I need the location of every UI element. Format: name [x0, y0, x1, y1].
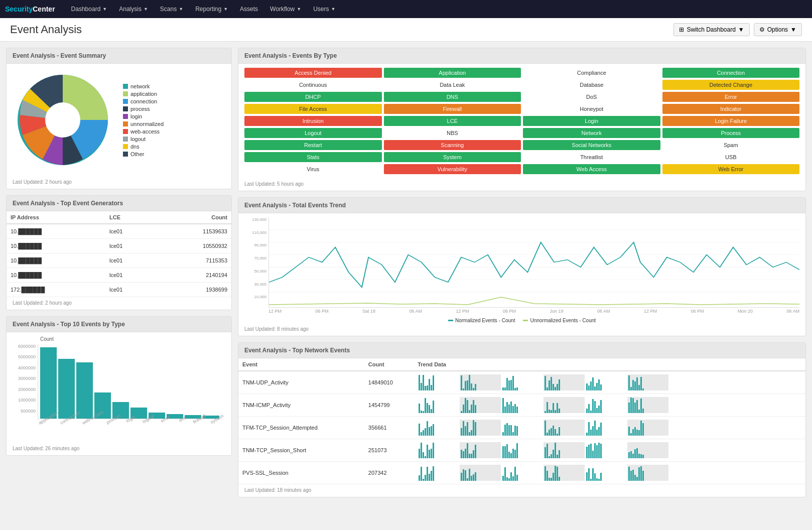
col-trend: Trend Data [414, 358, 805, 371]
event-tag[interactable]: File Access [244, 104, 382, 114]
switch-dashboard-button[interactable]: ⊞ Switch Dashboard ▼ [673, 23, 749, 36]
event-tag[interactable]: Social Networks [523, 140, 660, 150]
event-tag[interactable]: Virus [244, 164, 382, 174]
mini-bar [638, 410, 640, 413]
legend-color-other [123, 152, 128, 157]
event-tag[interactable]: Application [384, 68, 521, 78]
mini-bar [423, 375, 424, 390]
col-lce: LCE [105, 211, 155, 224]
mini-bar [419, 404, 420, 413]
event-tag[interactable]: Detected Change [662, 80, 800, 90]
event-tag[interactable]: Spam [662, 140, 800, 150]
mini-bar [429, 379, 430, 390]
mini-bar [596, 408, 598, 413]
top-network-title: Event Analysis - Top Network Events [238, 343, 805, 358]
event-tag[interactable]: DoS [523, 92, 660, 102]
bar[interactable] [58, 359, 75, 419]
event-tag[interactable]: Logout [244, 128, 382, 138]
mini-bar [506, 477, 508, 481]
mini-bar [502, 446, 504, 458]
mini-bar [545, 421, 546, 436]
table-row[interactable]: 10.██████ lce01 10550932 [7, 239, 231, 253]
legend-unnormalized: Unnormalized Events - Count [523, 318, 596, 323]
event-tag[interactable]: NBS [384, 128, 521, 138]
event-tag[interactable]: Indicator [662, 104, 800, 114]
mini-bar [510, 453, 512, 458]
table-row[interactable]: 172.██████ lce01 1938699 [7, 283, 231, 297]
mini-bar [463, 451, 464, 458]
mini-bar [506, 378, 508, 390]
event-tag[interactable]: Data Leak [384, 80, 521, 90]
event-tag[interactable]: Error [662, 92, 800, 102]
event-tag[interactable]: DHCP [244, 92, 382, 102]
event-tag[interactable]: USB [662, 152, 800, 162]
mini-bar [592, 451, 594, 458]
table-row[interactable]: 10.██████ lce01 7115353 [7, 253, 231, 268]
table-row[interactable]: TNM-UDP_Activity 14849010 [238, 371, 805, 394]
nav-scans[interactable]: Scans ▼ [154, 0, 189, 18]
legend-dot-unnormalized [523, 320, 528, 321]
event-tag[interactable]: Network [523, 128, 660, 138]
event-tag[interactable]: LCE [384, 116, 521, 126]
lce-cell: lce01 [105, 268, 155, 283]
table-row[interactable]: PVS-SSL_Session 207342 [238, 462, 805, 484]
mini-bar [425, 475, 426, 481]
event-tag[interactable]: Compliance [523, 68, 660, 78]
event-trend-cell [414, 439, 805, 462]
count-cell: 10550932 [155, 239, 231, 253]
mini-bar [504, 407, 506, 413]
mini-bar [640, 466, 642, 481]
options-button[interactable]: ⚙ Options ▼ [754, 23, 802, 36]
bar[interactable] [76, 362, 93, 419]
nav-assets[interactable]: Assets [234, 0, 264, 18]
mini-bar [638, 430, 640, 436]
event-tag[interactable]: Honeypot [523, 104, 660, 114]
event-tag[interactable]: Continuous [244, 80, 382, 90]
mini-bar [553, 450, 554, 458]
event-tag[interactable]: Restart [244, 140, 382, 150]
event-tag[interactable]: Database [523, 80, 660, 90]
table-row[interactable]: 10.██████ lce01 2140194 [7, 268, 231, 283]
mini-bar [514, 450, 516, 458]
ip-cell: 10.██████ [7, 253, 105, 268]
nav-workflow[interactable]: Workflow ▼ [264, 0, 307, 18]
event-tag[interactable]: Scanning [384, 140, 521, 150]
event-tag[interactable]: Vulnerability [384, 164, 521, 174]
mini-bar [638, 467, 640, 481]
table-row[interactable]: TNM-TCP_Session_Short 251073 [238, 439, 805, 462]
event-tag[interactable]: Login Failure [662, 116, 800, 126]
event-name-cell: TFM-TCP_Session_Attempted [238, 417, 364, 439]
mini-bar [425, 398, 426, 413]
mini-bar [423, 479, 424, 481]
nav-reporting[interactable]: Reporting ▼ [189, 0, 234, 18]
event-tag[interactable]: Intrusion [244, 116, 382, 126]
mini-bar [510, 472, 512, 481]
nav-dashboard[interactable]: Dashboard ▼ [65, 0, 113, 18]
svg-point-1 [45, 102, 80, 138]
mini-bar [559, 409, 560, 413]
bar[interactable] [40, 347, 57, 419]
legend-color-network [123, 84, 128, 89]
nav-analysis[interactable]: Analysis ▼ [113, 0, 154, 18]
event-trend-cell [414, 394, 805, 417]
event-tag[interactable]: DNS [384, 92, 521, 102]
table-row[interactable]: 10.██████ lce01 11539633 [7, 224, 231, 239]
event-tag[interactable]: Web Access [523, 164, 660, 174]
event-summary-updated: Last Updated: 2 hours ago [7, 176, 231, 189]
mini-bar [429, 427, 430, 436]
event-tag[interactable]: Threatlist [523, 152, 660, 162]
event-tag[interactable]: Access Denied [244, 68, 382, 78]
table-row[interactable]: TNM-ICMP_Activity 1454799 [238, 394, 805, 417]
table-row[interactable]: TFM-TCP_Session_Attempted 356661 [238, 417, 805, 439]
mini-bar [502, 476, 504, 481]
event-tag[interactable]: Login [523, 116, 660, 126]
event-tag[interactable]: Connection [662, 68, 800, 78]
event-tag[interactable]: Stats [244, 152, 382, 162]
mini-bar [502, 432, 504, 436]
event-tag[interactable]: Process [662, 128, 800, 138]
event-tag[interactable]: Firewall [384, 104, 521, 114]
chevron-down-icon: ▼ [331, 7, 336, 12]
nav-users[interactable]: Users ▼ [307, 0, 341, 18]
event-tag[interactable]: Web Error [662, 164, 800, 174]
event-tag[interactable]: System [384, 152, 521, 162]
